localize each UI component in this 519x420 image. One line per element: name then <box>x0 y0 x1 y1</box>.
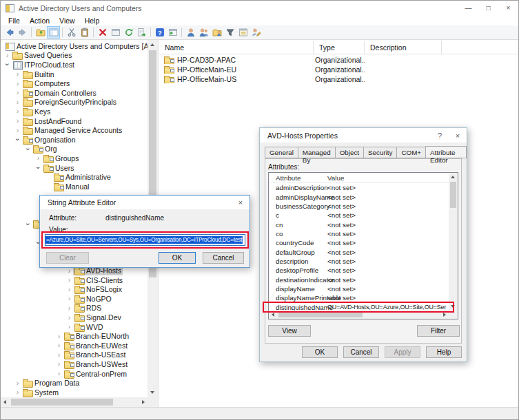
value-column-header[interactable]: Value <box>327 174 449 182</box>
chevron-expanded-icon[interactable]: › <box>24 145 32 153</box>
chevron-collapsed-icon[interactable]: › <box>65 276 73 284</box>
tab-managed-by[interactable]: Managed By <box>298 147 335 158</box>
tree-item-users[interactable]: ›Users <box>1 163 147 173</box>
attribute-row-admindescription[interactable]: adminDescription<not set> <box>269 183 449 192</box>
attribute-row-co[interactable]: co<not set> <box>269 229 449 238</box>
up-one-level-icon[interactable] <box>34 26 47 39</box>
menu-view[interactable]: View <box>54 17 80 25</box>
tree-item-groups[interactable]: ›Groups <box>1 154 147 163</box>
scroll-down-icon[interactable] <box>150 391 154 394</box>
delete-icon[interactable] <box>96 26 109 39</box>
tab-attribute-editor[interactable]: Attribute Editor <box>425 146 467 158</box>
chevron-expanded-icon[interactable]: › <box>14 136 21 143</box>
scroll-left-icon[interactable] <box>272 313 274 317</box>
tree-item-foreignsecurityprincipals[interactable]: ›ForeignSecurityPrincipals <box>1 98 147 107</box>
chevron-collapsed-icon[interactable]: › <box>14 127 21 134</box>
properties-icon[interactable] <box>109 26 122 39</box>
attribute-row-defaultgroup[interactable]: defaultGroup<not set> <box>269 247 449 256</box>
chevron-collapsed-icon[interactable]: › <box>14 80 21 87</box>
tree-item-manual[interactable]: Manual <box>1 182 147 191</box>
chevron-collapsed-icon[interactable]: › <box>14 70 21 78</box>
tree-item-wvd[interactable]: ›WVD <box>1 322 147 332</box>
attribute-row-admindisplayname[interactable]: adminDisplayName<not set> <box>269 192 449 201</box>
scroll-up-icon[interactable] <box>150 43 154 46</box>
chevron-collapsed-icon[interactable]: › <box>65 323 73 330</box>
new-group-icon[interactable] <box>197 26 210 39</box>
tab-security[interactable]: Security <box>363 147 396 158</box>
chevron-collapsed-icon[interactable]: › <box>3 52 11 59</box>
tree-item-rds[interactable]: ›RDS <box>1 304 147 313</box>
dialog-help-icon[interactable]: ? <box>431 128 449 143</box>
tree-horizontal-scrollbar[interactable] <box>1 397 147 407</box>
attribute-row-distinguishedname[interactable]: distinguishedNameOU=AVD-Hosts,OU=Azure,O… <box>269 302 449 311</box>
help-button[interactable]: Help <box>426 346 462 358</box>
attr-column-header[interactable]: Attribute <box>269 174 327 182</box>
tree-item-organisation[interactable]: ›Organisation <box>1 135 147 145</box>
tree-item-saved-queries[interactable]: ›Saved Queries <box>1 51 147 61</box>
column-header-description[interactable]: Description <box>365 41 442 54</box>
tab-com[interactable]: COM+ <box>396 147 425 158</box>
minimize-icon[interactable]: — <box>458 1 478 15</box>
dialog-close-icon[interactable]: × <box>232 196 250 210</box>
show-console-tree-icon[interactable] <box>47 26 60 39</box>
console-window-icon[interactable] <box>166 26 179 39</box>
attribute-row-businesscategory[interactable]: businessCategory<not set> <box>269 202 449 211</box>
chevron-collapsed-icon[interactable]: › <box>34 154 42 162</box>
tree-item-keys[interactable]: ›Keys <box>1 107 147 116</box>
back-icon[interactable] <box>3 26 16 39</box>
attributes-horizontal-scrollbar[interactable] <box>269 311 449 319</box>
dialog-close-icon[interactable]: × <box>449 128 467 143</box>
tree-item-cis-clients[interactable]: ›CIS-Clients <box>1 275 147 285</box>
attribute-row-c[interactable]: c<not set> <box>269 211 449 220</box>
scroll-up-icon[interactable] <box>451 176 455 178</box>
chevron-collapsed-icon[interactable]: › <box>14 89 21 96</box>
attribute-row-desktopprofile[interactable]: desktopProfile<not set> <box>269 266 449 275</box>
attribute-row-displaynameprintable[interactable]: displayNamePrintable<not set> <box>269 293 449 302</box>
chevron-collapsed-icon[interactable]: › <box>14 388 21 396</box>
tree-item-signal-dev[interactable]: ›Signal.Dev <box>1 313 147 322</box>
refresh-icon[interactable] <box>122 26 135 39</box>
export-list-icon[interactable] <box>135 26 148 39</box>
display-list-icon[interactable] <box>236 26 250 39</box>
menu-file[interactable]: File <box>3 17 25 25</box>
attribute-row-destinationindicator[interactable]: destinationIndicator<not set> <box>269 275 449 284</box>
scroll-right-icon[interactable] <box>142 400 145 404</box>
chevron-collapsed-icon[interactable]: › <box>14 117 21 125</box>
ok-button[interactable]: OK <box>159 252 196 264</box>
cut-icon[interactable] <box>65 26 78 39</box>
view-button[interactable]: View <box>268 325 311 337</box>
attributes-vscroll-thumb[interactable] <box>450 182 456 208</box>
tree-item-itprocloud-test[interactable]: ›ITProCloud.test <box>1 60 147 70</box>
chevron-collapsed-icon[interactable]: › <box>65 314 73 322</box>
tab-object[interactable]: Object <box>335 147 363 158</box>
attribute-row-description[interactable]: description<not set> <box>269 257 449 266</box>
delegate-control-icon[interactable] <box>250 26 263 39</box>
chevron-collapsed-icon[interactable]: › <box>55 351 63 359</box>
column-header-type[interactable]: Type <box>314 41 365 54</box>
cancel-button[interactable]: Cancel <box>203 252 244 264</box>
tree-item-active-directory-users-and-computers-ads01-iti[interactable]: Active Directory Users and Computers [AD… <box>1 41 147 51</box>
chevron-collapsed-icon[interactable]: › <box>14 379 21 387</box>
attributes-hscroll-thumb[interactable] <box>278 312 363 317</box>
tree-item-system[interactable]: ›System <box>1 388 147 397</box>
tree-item-branch-useast[interactable]: ›Branch-USEast <box>1 350 147 360</box>
list-item-hp-cad3d-apac[interactable]: HP-CAD3D-APACOrganizational... <box>159 55 518 65</box>
new-ou-icon[interactable] <box>210 26 223 39</box>
list-item-hp-officemain-us[interactable]: HP-OfficeMain-USOrganizational... <box>159 74 518 84</box>
tree-hscroll-thumb[interactable] <box>11 399 113 406</box>
set-filter-icon[interactable] <box>223 26 236 39</box>
chevron-collapsed-icon[interactable]: › <box>55 342 63 349</box>
tab-general[interactable]: General <box>265 147 298 158</box>
ok-button[interactable]: OK <box>302 346 338 358</box>
chevron-collapsed-icon[interactable]: › <box>14 107 21 115</box>
attribute-row-displayname[interactable]: displayName<not set> <box>269 284 449 293</box>
chevron-collapsed-icon[interactable]: › <box>55 360 63 368</box>
chevron-expanded-icon[interactable]: › <box>24 220 32 228</box>
maximize-icon[interactable]: □ <box>478 1 498 15</box>
chevron-collapsed-icon[interactable]: › <box>65 286 73 293</box>
tree-item-nogpo[interactable]: ›NoGPO <box>1 294 147 304</box>
tree-item-branch-euwest[interactable]: ›Branch-EUWest <box>1 341 147 350</box>
list-item-hp-officemain-eu[interactable]: HP-OfficeMain-EUOrganizational... <box>159 65 518 74</box>
chevron-collapsed-icon[interactable]: › <box>65 295 73 302</box>
filter-button[interactable]: Filter <box>417 325 460 337</box>
